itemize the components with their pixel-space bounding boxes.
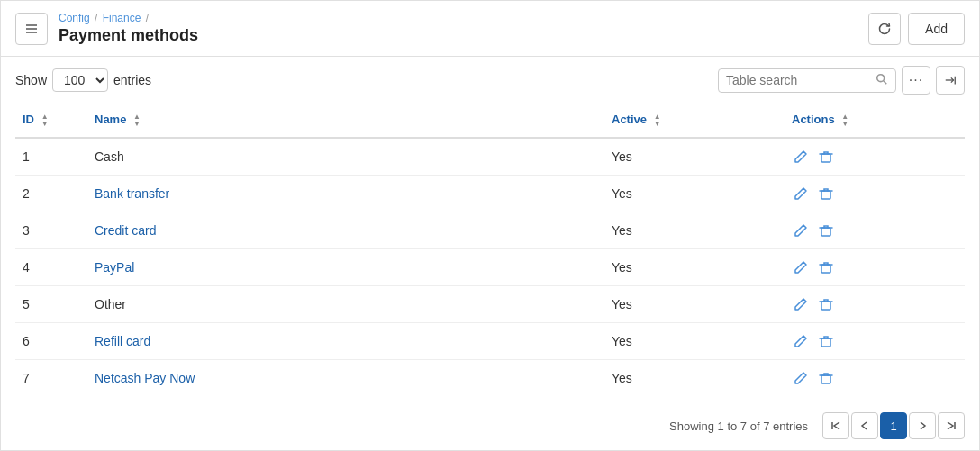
table-row: 3Credit cardYes xyxy=(15,212,965,248)
refresh-button[interactable] xyxy=(868,13,901,45)
svg-rect-10 xyxy=(821,265,830,273)
col-actions[interactable]: Actions ▲▼ xyxy=(785,104,965,138)
cell-name[interactable]: Netcash Pay Now xyxy=(87,359,604,396)
table-row: 1CashYes xyxy=(15,138,965,176)
cell-id: 5 xyxy=(15,285,87,322)
header-actions: Add xyxy=(868,13,965,45)
delete-button[interactable] xyxy=(817,258,835,276)
toolbar: Show 10 25 50 100 entries ··· xyxy=(1,57,979,104)
search-input[interactable] xyxy=(726,73,870,87)
cell-name[interactable]: Credit card xyxy=(87,212,604,248)
edit-button[interactable] xyxy=(792,148,810,166)
cell-active: Yes xyxy=(604,322,785,359)
cell-id: 3 xyxy=(15,212,87,248)
breadcrumb: Config / Finance / Payment methods xyxy=(59,12,198,45)
header-left: Config / Finance / Payment methods xyxy=(15,12,198,45)
cell-actions xyxy=(785,138,965,176)
entries-label: entries xyxy=(113,73,151,87)
cell-actions xyxy=(785,248,965,285)
cell-name[interactable]: Refill card xyxy=(87,322,604,359)
cell-id: 7 xyxy=(15,359,87,396)
col-id[interactable]: ID ▲▼ xyxy=(15,104,87,138)
cell-id: 4 xyxy=(15,248,87,285)
delete-button[interactable] xyxy=(817,185,835,203)
search-box xyxy=(718,68,896,93)
showing-text: Showing 1 to 7 of 7 entries xyxy=(669,419,808,433)
payment-methods-table: ID ▲▼ Name ▲▼ Active ▲▼ Actions ▲▼ 1Cash… xyxy=(15,104,965,396)
delete-button[interactable] xyxy=(817,332,835,350)
edit-button[interactable] xyxy=(792,258,810,276)
cell-active: Yes xyxy=(604,138,785,176)
cell-actions xyxy=(785,175,965,212)
pagination: 1 xyxy=(822,412,965,439)
svg-rect-12 xyxy=(821,338,830,347)
cell-active: Yes xyxy=(604,359,785,396)
table-header-row: ID ▲▼ Name ▲▼ Active ▲▼ Actions ▲▼ xyxy=(15,104,965,138)
footer: Showing 1 to 7 of 7 entries 1 xyxy=(1,401,979,450)
page-title: Payment methods xyxy=(59,26,198,45)
entries-select[interactable]: 10 25 50 100 xyxy=(52,68,108,92)
col-active[interactable]: Active ▲▼ xyxy=(604,104,785,138)
cell-id: 1 xyxy=(15,138,87,176)
name-link[interactable]: PayPal xyxy=(95,260,134,275)
edit-button[interactable] xyxy=(792,295,810,313)
col-name[interactable]: Name ▲▼ xyxy=(87,104,604,138)
breadcrumb-sep2: / xyxy=(146,12,149,24)
delete-button[interactable] xyxy=(817,369,835,387)
cell-name[interactable]: Bank transfer xyxy=(87,175,604,212)
breadcrumb-links: Config / Finance / xyxy=(59,12,150,24)
export-button[interactable] xyxy=(936,66,965,95)
svg-rect-13 xyxy=(821,375,830,383)
delete-button[interactable] xyxy=(817,148,835,166)
edit-button[interactable] xyxy=(792,369,810,387)
name-link[interactable]: Refill card xyxy=(95,334,150,348)
menu-button[interactable] xyxy=(15,13,48,45)
page-next-button[interactable] xyxy=(909,412,936,439)
toolbar-left: Show 10 25 50 100 entries xyxy=(15,68,151,92)
breadcrumb-config[interactable]: Config xyxy=(59,12,90,24)
more-options-button[interactable]: ··· xyxy=(902,66,930,95)
cell-active: Yes xyxy=(604,175,785,212)
svg-rect-11 xyxy=(821,302,830,310)
breadcrumb-finance[interactable]: Finance xyxy=(103,12,141,24)
table-row: 7Netcash Pay NowYes xyxy=(15,359,965,396)
page-1-button[interactable]: 1 xyxy=(880,412,907,439)
svg-point-3 xyxy=(877,74,885,81)
cell-id: 6 xyxy=(15,322,87,359)
cell-actions xyxy=(785,322,965,359)
table-row: 4PayPalYes xyxy=(15,248,965,285)
cell-name: Other xyxy=(87,285,604,322)
search-icon xyxy=(876,73,888,88)
delete-button[interactable] xyxy=(817,295,835,313)
cell-actions xyxy=(785,359,965,396)
cell-active: Yes xyxy=(604,248,785,285)
add-button[interactable]: Add xyxy=(908,13,965,45)
svg-line-4 xyxy=(884,80,887,84)
delete-button[interactable] xyxy=(817,221,835,239)
breadcrumb-sep1: / xyxy=(95,12,101,24)
svg-rect-7 xyxy=(821,154,830,162)
cell-active: Yes xyxy=(604,212,785,248)
table-container: ID ▲▼ Name ▲▼ Active ▲▼ Actions ▲▼ 1Cash… xyxy=(1,104,979,401)
table-row: 2Bank transferYes xyxy=(15,175,965,212)
edit-button[interactable] xyxy=(792,221,810,239)
show-label: Show xyxy=(15,73,47,87)
page-prev-button[interactable] xyxy=(851,412,878,439)
name-link[interactable]: Netcash Pay Now xyxy=(95,371,195,385)
table-row: 6Refill cardYes xyxy=(15,322,965,359)
svg-rect-8 xyxy=(821,191,830,199)
table-row: 5OtherYes xyxy=(15,285,965,322)
edit-button[interactable] xyxy=(792,332,810,350)
page-last-button[interactable] xyxy=(938,412,965,439)
cell-actions xyxy=(785,212,965,248)
cell-name: Cash xyxy=(87,138,604,176)
cell-name[interactable]: PayPal xyxy=(87,248,604,285)
page-first-button[interactable] xyxy=(822,412,849,439)
header: Config / Finance / Payment methods Add xyxy=(1,1,979,57)
toolbar-right: ··· xyxy=(718,66,965,95)
name-link[interactable]: Credit card xyxy=(95,223,156,238)
name-link[interactable]: Bank transfer xyxy=(95,186,169,201)
cell-actions xyxy=(785,285,965,322)
edit-button[interactable] xyxy=(792,185,810,203)
cell-id: 2 xyxy=(15,175,87,212)
